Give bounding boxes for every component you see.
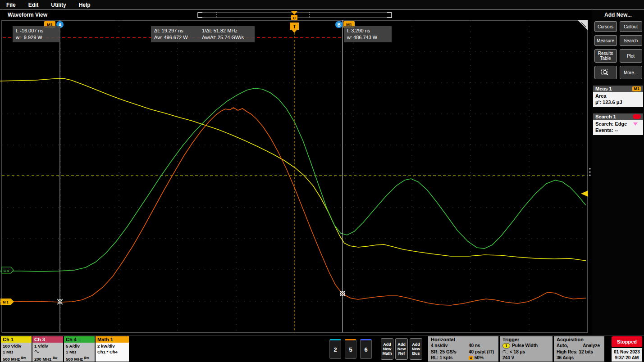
cursors-button[interactable]: Cursors	[594, 21, 617, 32]
ch3-badge[interactable]: Ch 3 1 V/div 200 MHz Bw	[32, 336, 63, 362]
ch1-bandwidth: 500 MHz	[3, 357, 20, 362]
ch4-bw-suffix: Bw	[84, 356, 89, 359]
ch4-badge[interactable]: Ch 4↓ 5 A/div 1 MΩ 500 MHz Bw	[64, 336, 95, 362]
ch5-add-button[interactable]: 5	[345, 339, 356, 359]
acquisition-panel[interactable]: Acquisition Auto, Analyze High Res: 12 b…	[554, 336, 604, 362]
ch2-add-button[interactable]: 2	[329, 339, 341, 359]
search1-title: Search 1	[595, 114, 616, 119]
delta-t: Δt: 19.297 ns	[154, 27, 202, 34]
ch1-name: Ch 1	[3, 337, 14, 342]
trigger-flag-label: T	[293, 24, 296, 29]
meas1-source-badge: M1	[632, 86, 641, 91]
math1-name: Math 1	[97, 337, 113, 342]
cursor-delta-readout: Δt: 19.297 ns1/Δt: 51.82 MHz Δw: 496.672…	[151, 26, 255, 42]
oscilloscope-screen: File Edit Utility Help Waveform View	[0, 0, 644, 362]
cursor-a-readout: t: -16.007 ns w: -9.929 W	[13, 26, 60, 42]
menu-file[interactable]: File	[6, 2, 16, 8]
ch3-badge-body: 1 V/div 200 MHz Bw	[32, 343, 63, 362]
horizontal-position: 50%	[475, 355, 484, 361]
add-new-math-l2: New	[383, 347, 392, 351]
triangle-down-icon	[633, 122, 638, 126]
sine-wave-icon	[34, 350, 41, 353]
add-new-title: Add New...	[592, 12, 644, 18]
trigger-source-badge: 1	[502, 343, 510, 348]
horizontal-record-length: RL: 1 kpts	[431, 355, 469, 361]
trigger-panel[interactable]: Trigger 1 Pulse Width < 18 μs 244 V	[500, 336, 553, 362]
acquisition-count: 36 Acqs	[557, 355, 574, 361]
ch3-bandwidth: 200 MHz	[34, 357, 51, 362]
horizontal-position-icon: U	[469, 356, 473, 360]
waveform-view-tab[interactable]: Waveform View	[2, 10, 53, 20]
meas1-panel[interactable]: Meas 1 M1 Area μ': 123.6 μJ	[593, 86, 643, 107]
cursor-a-time: t: -16.007 ns	[16, 27, 57, 34]
ch4-badge-header: Ch 4↓	[64, 336, 95, 343]
cursor-b-value: w: 486.743 W	[347, 34, 388, 41]
ch1-badge[interactable]: Ch 1 100 V/div 1 MΩ 500 MHz Bw	[1, 336, 32, 362]
add-new-bus-l1: Add	[412, 342, 420, 347]
add-new-ref-l1: Add	[397, 342, 406, 347]
more-button[interactable]: More...	[620, 66, 642, 79]
ch6-add-button[interactable]: 6	[360, 339, 372, 359]
ch1-impedance: 1 MΩ	[3, 349, 32, 355]
search-button[interactable]: Search	[620, 35, 642, 46]
waveform-plot: U T M1 A B M1 C 4	[0, 10, 591, 335]
meas1-body: Area μ': 123.6 μJ	[593, 92, 643, 107]
horizontal-panel[interactable]: Horizontal 4 ns/div 40 ns SR: 25 GS/s 40…	[428, 336, 498, 362]
callout-button[interactable]: Callout	[620, 21, 642, 32]
vertical-dots-icon[interactable]	[589, 168, 590, 176]
trigger-type: Pulse Width	[512, 343, 538, 349]
ch1-badge-header: Ch 1	[1, 336, 32, 343]
add-new-ref-button[interactable]: Add New Ref	[395, 338, 408, 360]
trigger-position-label: U	[293, 16, 296, 20]
search1-header[interactable]: Search 1	[593, 113, 643, 120]
search1-count-badge	[633, 114, 641, 119]
date-time: 01 Nov 2023 9:37:20 AM	[612, 348, 642, 362]
menu-bar: File Edit Utility Help	[0, 0, 644, 10]
measure-button[interactable]: Measure	[594, 35, 617, 46]
math1-scale: 2 kW/div	[97, 343, 129, 349]
math1-badge[interactable]: Math 1 2 kW/div Ch1 * Ch4	[96, 336, 129, 362]
add-new-math-button[interactable]: Add New Math	[381, 338, 393, 360]
plot-button[interactable]: Plot	[620, 49, 642, 63]
menu-edit[interactable]: Edit	[28, 2, 39, 8]
ch1-badge-body: 100 V/div 1 MΩ 500 MHz Bw	[1, 343, 32, 362]
add-new-bus-l2: New	[412, 347, 420, 351]
menu-help[interactable]: Help	[79, 2, 91, 8]
math1-flag-label: M 1	[3, 300, 9, 304]
horizontal-window: 40 ns	[469, 343, 480, 349]
add-new-math-l3: Math	[383, 351, 392, 356]
meas1-name: Area	[595, 93, 641, 99]
meas1-value: μ': 123.6 μJ	[595, 99, 641, 105]
add-new-bus-button[interactable]: Add New Bus	[410, 338, 422, 360]
horizontal-resolution: 40 ps/pt (IT)	[469, 349, 494, 355]
search1-panel[interactable]: Search 1 Search: Edge Events: --	[593, 113, 643, 135]
results-bar: Add New... Cursors Callout Measure Searc…	[592, 10, 644, 335]
ch4-name: Ch 4	[66, 337, 77, 342]
acquisition-analyze: Analyze	[583, 343, 600, 349]
zoom-mode-button[interactable]	[594, 66, 617, 79]
results-table-button[interactable]: Results Table	[594, 49, 617, 63]
ch4-flag-label: C 4	[4, 269, 9, 273]
cursor-b-time: t: 3.290 ns	[347, 27, 388, 34]
acquisition-mode: Auto,	[557, 343, 568, 349]
trigger-title: Trigger	[500, 336, 553, 343]
horizontal-title: Horizontal	[428, 336, 498, 343]
meas1-header[interactable]: Meas 1 M1	[593, 86, 643, 92]
acquisition-title: Acquisition	[554, 336, 604, 343]
math1-badge-header: Math 1	[96, 336, 129, 343]
add-new-bus-l3: Bus	[412, 351, 420, 356]
add-new-ref-l2: New	[397, 347, 406, 351]
ch4-scale: 5 A/div	[66, 343, 95, 349]
ch4-badge-body: 5 A/div 1 MΩ 500 MHz Bw	[64, 343, 95, 362]
pulse-width-icon	[502, 349, 508, 354]
settings-bar: Ch 1 100 V/div 1 MΩ 500 MHz Bw Ch 3 1 V/…	[0, 335, 644, 362]
menu-utility[interactable]: Utility	[51, 2, 66, 8]
ch4-reference-flag[interactable]: C 4	[2, 267, 14, 273]
ch4-impedance: 1 MΩ	[66, 349, 95, 355]
ch3-badge-header: Ch 3	[32, 336, 63, 343]
delta-w: Δw: 496.672 W	[154, 34, 202, 41]
time: 9:37:20 AM	[612, 355, 642, 361]
run-stop-button[interactable]: Stopped	[612, 336, 642, 347]
date: 01 Nov 2023	[612, 349, 642, 355]
magnifier-zoom-icon	[601, 68, 611, 77]
